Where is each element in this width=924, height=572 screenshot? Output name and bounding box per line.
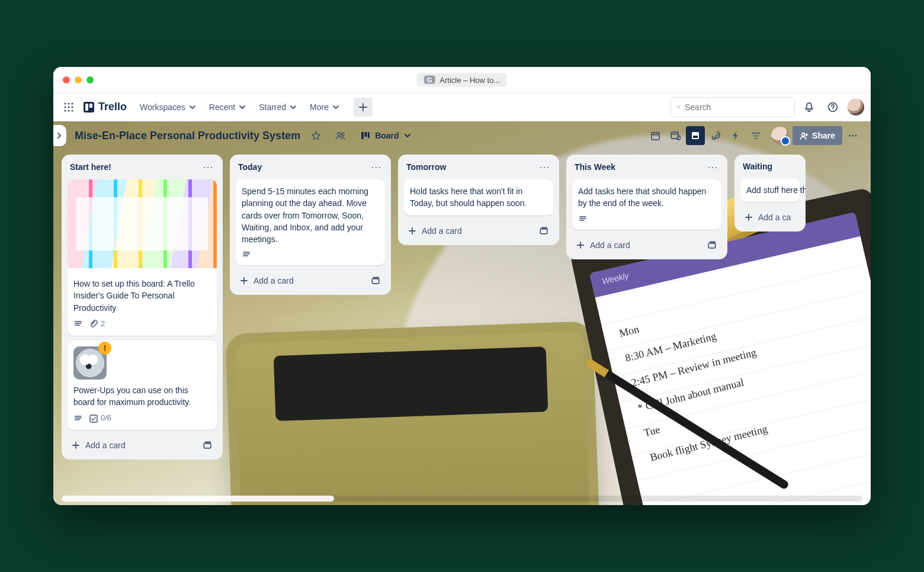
powerups-button[interactable] [706,126,725,145]
nav-recent-label: Recent [209,102,235,112]
scrollbar-thumb[interactable] [62,496,334,502]
list-menu-button[interactable]: ⋯ [201,162,214,172]
add-card-button[interactable]: Add a card [573,237,704,253]
notifications-button[interactable] [800,98,819,117]
search-icon [677,102,680,112]
star-board-button[interactable] [306,126,325,145]
checklist-count: 0/6 [101,413,111,424]
card-badges [242,250,379,259]
add-card-button[interactable]: Add a ca [742,209,798,226]
attachment-icon [89,319,98,329]
mac-title-bar: G Article – How to... [53,67,871,93]
list-menu-button[interactable]: ⋯ [370,162,383,172]
card-template-button[interactable] [367,272,384,289]
close-window-button[interactable] [63,76,70,83]
card-template-button[interactable] [535,223,552,239]
card[interactable]: How to set up this board: A Trello Insid… [68,179,217,336]
share-button[interactable]: Share [793,126,842,145]
svg-point-16 [342,133,344,136]
people-icon [335,130,346,141]
board-header: Mise-En-Place Personal Productivity Syst… [53,121,871,150]
filter-icon [751,131,761,141]
visibility-button[interactable] [331,126,350,145]
svg-rect-19 [368,132,370,138]
svg-rect-10 [85,104,88,111]
board-area: §1234567890-fig tabqwertyuiop[] capasdfg… [53,121,871,505]
apps-grid-icon[interactable] [59,98,78,117]
add-card-label: Add a card [422,226,462,236]
nav-more[interactable]: More [304,98,345,117]
nav-workspaces-label: Workspaces [140,102,185,112]
checklist-badge: 0/6 [89,413,111,424]
board-header-actions: Share [646,126,862,145]
card-text: Hold tasks here that won't fit in Today,… [410,185,547,210]
list-title[interactable]: This Week [575,162,615,172]
maximize-window-button[interactable] [86,76,94,83]
add-card-label: Add a ca [758,213,791,222]
svg-point-7 [68,110,69,111]
help-button[interactable] [823,98,842,117]
calendar-view-button[interactable] [646,126,665,145]
add-card-button[interactable]: Add a card [69,437,199,454]
app-window: G Article – How to... Trello Workspaces … [53,67,871,505]
card-badges [578,214,716,224]
list-title[interactable]: Waiting [743,162,772,171]
card-badges: 0/6 [73,413,211,424]
nav-recent[interactable]: Recent [203,98,252,117]
automation-button[interactable] [726,126,745,145]
nav-workspaces[interactable]: Workspaces [134,98,202,117]
attachment-count: 2 [101,319,105,330]
dashboard-view-button[interactable] [686,126,705,145]
description-icon [73,414,83,423]
board-title[interactable]: Mise-En-Place Personal Productivity Syst… [75,130,300,142]
template-icon [371,276,380,285]
card[interactable]: Power-Ups you can use on this board for … [68,340,217,430]
view-switcher-label: Board [375,131,399,140]
search-box[interactable] [670,97,795,117]
card-template-button[interactable] [199,437,216,454]
calendar-sync-icon [670,130,681,141]
chevron-down-icon [290,104,297,111]
add-card-button[interactable]: Add a card [237,272,367,289]
card-text: How to set up this board: A Trello Insid… [73,278,211,314]
svg-point-5 [71,106,73,108]
template-icon [539,226,548,236]
board-menu-button[interactable] [843,126,862,145]
card[interactable]: Add tasks here that should happen by the… [572,179,721,230]
sidebar-expand-button[interactable] [53,125,66,146]
card-sticker-husky [73,346,107,380]
card[interactable]: Add stuff here that needs to happen even… [740,178,800,202]
browser-tab[interactable]: G Article – How to... [417,73,507,86]
card-template-button[interactable] [704,237,720,253]
tab-badge: G [424,76,435,84]
board-scrollbar[interactable] [62,496,862,502]
list-title[interactable]: Start here! [70,162,111,172]
svg-point-0 [64,102,66,104]
list-title[interactable]: Today [238,162,262,172]
board-member-avatar[interactable] [771,127,789,144]
add-card-button[interactable]: Add a card [405,223,535,239]
search-input[interactable] [685,102,788,112]
minimize-window-button[interactable] [75,76,82,83]
card[interactable]: Spend 5-15 minutes each morning planning… [236,179,385,265]
list-menu-button[interactable]: ⋯ [706,162,719,172]
account-avatar[interactable] [847,98,865,116]
nav-starred[interactable]: Starred [253,98,303,117]
svg-point-6 [64,110,66,111]
list-menu-button[interactable]: ⋯ [538,162,551,172]
list-title[interactable]: Tomorrow [406,162,446,172]
sync-calendar-button[interactable] [666,126,685,145]
rocket-icon [711,131,721,141]
trello-logo[interactable]: Trello [82,101,130,113]
board-canvas[interactable]: Start here! ⋯ How to set up this board: … [53,150,871,505]
filter-button[interactable] [746,126,765,145]
create-button[interactable] [354,98,373,117]
view-switcher[interactable]: Board [356,128,415,143]
card-cover [68,179,217,268]
svg-point-25 [849,134,851,136]
attachment-badge: 2 [89,319,105,330]
card-text: Power-Ups you can use on this board for … [73,384,211,409]
card[interactable]: Hold tasks here that won't fit in Today,… [404,179,553,216]
list-start-here: Start here! ⋯ How to set up this board: … [62,155,223,459]
svg-point-4 [68,106,69,108]
